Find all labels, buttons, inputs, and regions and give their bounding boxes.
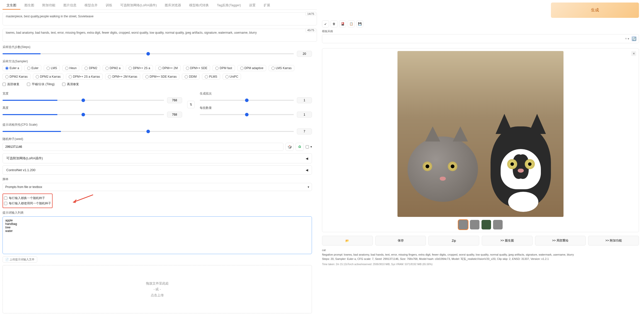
tab-settings[interactable]: 设置	[245, 2, 260, 10]
close-icon[interactable]: ✕	[631, 51, 636, 56]
positive-prompt[interactable]: masterpiece, best quality,people walking…	[3, 12, 317, 25]
tiling-check[interactable]: 平铺/分块 (Tiling)	[27, 82, 55, 86]
generate-button[interactable]: 生成	[551, 3, 639, 18]
sampler-option[interactable]: DPM fast	[213, 65, 235, 71]
width-value[interactable]	[167, 97, 182, 103]
iterate-seed-check[interactable]: 每行输入都换一个随机种子	[4, 196, 51, 200]
tab-train[interactable]: 训练	[102, 2, 116, 10]
same-seed-check[interactable]: 每行输入都使用同一个随机种子	[4, 201, 51, 206]
sampler-option[interactable]: DPM++ SDE Karras	[143, 74, 179, 80]
batch-count-label: 生成批次	[200, 91, 312, 96]
tab-convert[interactable]: 模型格式转换	[185, 2, 213, 10]
face-restore-check[interactable]: 面部修复	[3, 82, 19, 86]
arrow-icon[interactable]: ↙	[322, 20, 329, 27]
height-slider[interactable]	[3, 114, 164, 115]
prompt-list-label: 提示词输入列表	[3, 211, 312, 215]
sampler-option[interactable]: DDIM	[182, 74, 199, 80]
clipboard-icon[interactable]: 📋	[348, 20, 355, 27]
prompt-list-textarea[interactable]: apple handbag tree water	[3, 216, 312, 254]
recycle-icon[interactable]: ♻	[296, 143, 304, 151]
style-select[interactable]: × ▾ 🔄	[322, 34, 639, 43]
seed-extra-toggle[interactable]: ▾	[306, 145, 312, 149]
negative-prompt[interactable]: lowres, bad anatomy, bad hands, text, er…	[3, 29, 317, 42]
annotation-arrow	[70, 194, 96, 206]
tab-extras[interactable]: 附加功能	[38, 2, 59, 10]
cfg-slider[interactable]	[3, 131, 294, 132]
tab-pnginfo[interactable]: 图片信息	[59, 2, 80, 10]
zip-button[interactable]: Zip	[428, 236, 479, 246]
send-extras-button[interactable]: >> 附加功能	[588, 236, 639, 246]
refresh-style-icon[interactable]: 🔄	[631, 36, 637, 41]
highlighted-options: 每行输入都换一个随机种子 每行输入都使用同一个随机种子	[3, 194, 53, 208]
svg-line-0	[73, 195, 93, 202]
upload-prompts-button[interactable]: 📄 上传提示词输入文件	[3, 256, 37, 263]
controlnet-accordion[interactable]: ControlNet v1.1.200◀	[3, 165, 312, 175]
chevron-down-icon: ▾	[308, 185, 309, 189]
tab-txt2img[interactable]: 文生图	[3, 2, 20, 10]
style-label: 模板风格	[322, 29, 639, 33]
tab-lora[interactable]: 可选附加网络(LoRA插件)	[116, 2, 161, 10]
sampler-option[interactable]: Euler a	[3, 65, 22, 71]
height-value[interactable]	[167, 112, 182, 118]
sampler-option[interactable]: PLMS	[202, 74, 220, 80]
clear-icon[interactable]: × ▾	[625, 37, 629, 40]
open-folder-button[interactable]: 📂	[322, 236, 373, 246]
height-label: 高度	[3, 106, 182, 110]
batch-size-slider[interactable]	[200, 114, 294, 115]
hires-check[interactable]: 高清修复	[62, 82, 79, 86]
steps-value[interactable]	[297, 51, 312, 57]
thumb-2[interactable]	[470, 220, 479, 229]
sampler-option[interactable]: Heun	[62, 65, 79, 71]
sampler-label: 采样方法(Sampler)	[3, 59, 312, 64]
tab-img2img[interactable]: 图生图	[20, 2, 38, 10]
save-button[interactable]: 保存	[375, 236, 426, 246]
batch-count-slider[interactable]	[200, 100, 294, 101]
send-img2img-button[interactable]: >> 图生图	[482, 236, 533, 246]
sampler-option[interactable]: DPM2 a	[103, 65, 123, 71]
trash-icon[interactable]: 🗑	[331, 20, 338, 27]
svg-marker-1	[73, 199, 76, 203]
script-select[interactable]: Prompts from file or textbox▾	[3, 183, 312, 191]
sampler-option[interactable]: UniPC	[223, 74, 241, 80]
file-dropzone[interactable]: 拖放文件至此处 - 或 - 点击上传	[3, 265, 312, 313]
tab-merge[interactable]: 模型合并	[80, 2, 102, 10]
batch-count-value[interactable]	[297, 97, 312, 103]
steps-slider[interactable]	[3, 53, 294, 54]
sampler-option[interactable]: Euler	[24, 65, 41, 71]
script-label: 脚本	[3, 177, 312, 181]
positive-token-count: 14/75	[305, 12, 316, 16]
sampler-option[interactable]: DPM++ 2S a	[126, 65, 153, 71]
sampler-option[interactable]: DPM++ 2S a Karras	[66, 74, 103, 80]
sampler-option[interactable]: DPM++ SDE	[183, 65, 210, 71]
width-slider[interactable]	[3, 100, 164, 101]
sampler-option[interactable]: LMS	[44, 65, 60, 71]
send-inpaint-button[interactable]: >> 局部重绘	[535, 236, 586, 246]
generation-info: cat Negative prompt: lowres, bad anatomy…	[322, 248, 639, 266]
seed-input[interactable]	[3, 143, 284, 151]
tab-extensions[interactable]: 扩展	[260, 2, 274, 10]
sampler-option[interactable]: DPM2 a Karras	[33, 74, 63, 80]
sampler-option[interactable]: DPM2 Karras	[3, 74, 30, 80]
chevron-left-icon: ◀	[306, 157, 308, 160]
badge-icon[interactable]: 🎴	[339, 20, 346, 27]
sampler-option[interactable]: DPM++ 2M	[155, 65, 181, 71]
swap-dims-button[interactable]: ⇅	[187, 101, 195, 108]
tab-browser[interactable]: 图库浏览器	[161, 2, 185, 10]
thumb-3[interactable]	[481, 220, 491, 229]
chevron-left-icon: ◀	[306, 168, 308, 172]
sampler-option[interactable]: LMS Karras	[269, 65, 294, 71]
batch-size-value[interactable]	[297, 112, 312, 118]
extra-networks-accordion[interactable]: 可选附加网络(LoRA插件)◀	[3, 153, 312, 163]
output-image[interactable]	[397, 51, 564, 217]
output-gallery: ✕	[322, 48, 639, 232]
dice-icon[interactable]: 🎲	[286, 143, 294, 151]
tab-tagger[interactable]: Tag反推(Tagger)	[213, 2, 245, 10]
thumb-4[interactable]	[493, 220, 503, 229]
sampler-option[interactable]: DPM adaptive	[237, 65, 266, 71]
main-tabs: 文生图 图生图 附加功能 图片信息 模型合并 训练 可选附加网络(LoRA插件)…	[3, 0, 317, 10]
thumb-1[interactable]	[458, 220, 468, 229]
save-icon[interactable]: 💾	[356, 20, 363, 27]
sampler-option[interactable]: DPM++ 2M Karras	[105, 74, 140, 80]
sampler-option[interactable]: DPM2	[82, 65, 100, 71]
cfg-value[interactable]	[297, 128, 312, 134]
